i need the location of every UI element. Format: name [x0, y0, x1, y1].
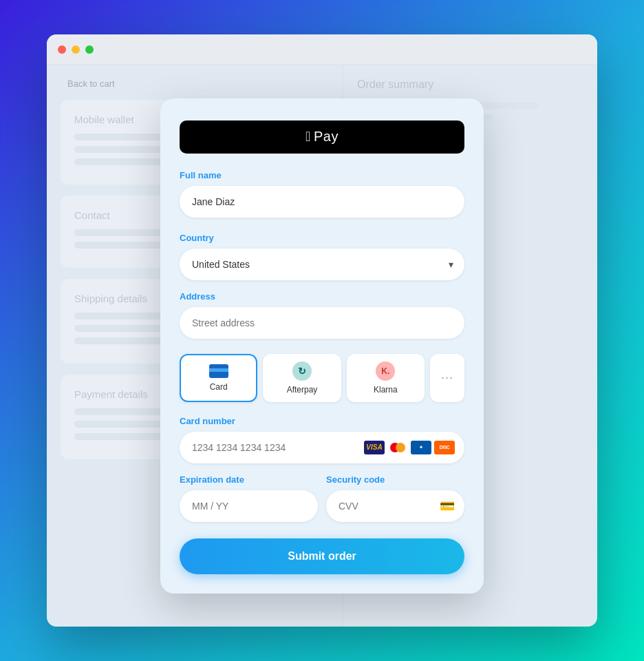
- tab-klarna[interactable]: K. Klarna: [347, 354, 425, 402]
- card-tab-label: Card: [210, 382, 228, 392]
- expiration-group: Expiration date: [180, 474, 318, 522]
- security-code-label: Security code: [326, 474, 464, 485]
- apple-logo-icon: : [305, 129, 311, 145]
- payment-modal:  Pay Full name Country United States Ca…: [160, 98, 484, 594]
- country-group: Country United States Canada United King…: [180, 233, 464, 280]
- expiration-label: Expiration date: [180, 474, 318, 485]
- security-code-group: Security code 💳: [326, 474, 464, 522]
- apple-pay-button[interactable]:  Pay: [180, 120, 464, 154]
- browser-content: Back to cart Mobile wallet Contact Shipp…: [47, 65, 597, 627]
- payment-tabs: Card ↻ Afterpay K. Klarna ···: [180, 354, 464, 402]
- card-tab-icon: [209, 364, 228, 378]
- tab-more[interactable]: ···: [430, 354, 464, 402]
- afterpay-tab-label: Afterpay: [287, 385, 318, 395]
- modal-overlay:  Pay Full name Country United States Ca…: [47, 65, 597, 627]
- browser-window: Back to cart Mobile wallet Contact Shipp…: [47, 34, 597, 627]
- full-name-group: Full name: [180, 170, 464, 229]
- address-input[interactable]: [180, 307, 464, 339]
- klarna-tab-label: Klarna: [374, 385, 398, 395]
- card-number-wrapper: VISA ✦ DISC: [180, 432, 464, 463]
- amex-logo: ✦: [411, 441, 431, 454]
- cvv-icon: 💳: [440, 499, 455, 514]
- cvv-wrapper: 💳: [326, 490, 464, 522]
- submit-order-button[interactable]: Submit order: [180, 538, 464, 574]
- card-logos: VISA ✦ DISC: [364, 441, 455, 454]
- more-dots-icon: ···: [441, 370, 453, 385]
- maximize-dot[interactable]: [85, 45, 94, 54]
- card-number-group: Card number VISA ✦ DISC: [180, 416, 464, 463]
- country-select[interactable]: United States Canada United Kingdom Aust…: [180, 249, 464, 280]
- visa-logo: VISA: [364, 441, 385, 454]
- card-details-row: Expiration date Security code 💳: [180, 474, 464, 522]
- country-select-wrapper: United States Canada United Kingdom Aust…: [180, 249, 464, 280]
- card-number-label: Card number: [180, 416, 464, 426]
- browser-titlebar: [47, 34, 597, 65]
- close-dot[interactable]: [58, 45, 66, 54]
- country-label: Country: [180, 233, 464, 243]
- tab-card[interactable]: Card: [180, 354, 257, 402]
- expiration-input[interactable]: [180, 490, 318, 522]
- mastercard-logo: [387, 441, 408, 454]
- full-name-label: Full name: [180, 170, 464, 180]
- afterpay-tab-icon: ↻: [292, 361, 312, 381]
- full-name-input[interactable]: [180, 186, 464, 218]
- tab-afterpay[interactable]: ↻ Afterpay: [263, 354, 341, 402]
- address-group: Address: [180, 291, 464, 350]
- address-label: Address: [180, 291, 464, 302]
- minimize-dot[interactable]: [72, 45, 80, 54]
- discover-logo: DISC: [434, 441, 455, 454]
- klarna-tab-icon: K.: [376, 361, 395, 381]
- apple-pay-label: Pay: [314, 129, 339, 145]
